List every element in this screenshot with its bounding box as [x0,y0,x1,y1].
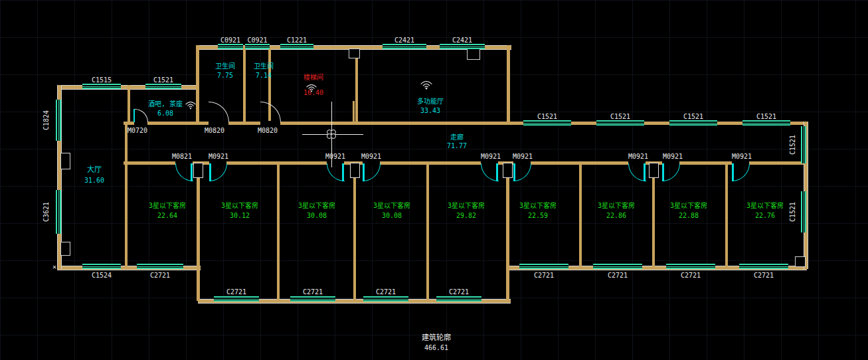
door-arc-M0921[interactable] [513,163,531,181]
door-arc-M0921[interactable] [732,163,750,181]
window-label[interactable]: C2721 [431,288,487,296]
wall-top-block-right[interactable] [507,45,510,125]
window-label[interactable]: C2421 [377,37,432,44]
room-name-guest-9[interactable]: 3星以下客房 [733,202,797,209]
wall-room-divider-4[interactable] [426,161,429,301]
door-label[interactable]: M0820 [197,127,232,134]
window-C1521[interactable] [596,120,644,126]
window-label[interactable]: C2721 [209,288,264,296]
window-C1521[interactable] [523,120,571,126]
room-area-guest-4[interactable]: 30.08 [360,212,424,219]
door-label[interactable]: M0921 [505,153,541,160]
room-area-guest-2[interactable]: 30.12 [208,212,272,219]
door-arc-M0921[interactable] [662,163,680,181]
room-name-guest-5[interactable]: 3星以下客房 [434,202,498,209]
wall-room-divider-2[interactable] [277,161,280,301]
window-C1521[interactable] [145,84,181,89]
window-label[interactable]: C1824 [43,100,50,141]
window-label[interactable]: C1515 [77,76,126,84]
window-C1521[interactable] [801,191,806,232]
window-C2721[interactable] [290,296,335,302]
room-name-multi-hall[interactable]: 多功能厅 [409,98,452,105]
room-area-bar[interactable]: 6.08 [139,110,191,117]
window-C2721[interactable] [519,264,568,269]
door-label[interactable]: M0720 [121,127,154,134]
window-label[interactable]: C2721 [734,272,794,279]
window-C1524[interactable] [82,264,121,269]
window-label[interactable]: C3621 [43,190,50,234]
door-arc-M0820[interactable] [260,102,281,122]
wall-room-divider-1[interactable] [197,161,200,301]
window-label[interactable]: C2421 [434,37,490,44]
door-arc-M0820[interactable] [209,102,229,122]
door-label[interactable]: M0921 [317,153,353,160]
window-label[interactable]: C1521 [518,113,576,120]
room-name-guest-7[interactable]: 3星以下客房 [584,202,648,209]
door-label[interactable]: M0921 [473,153,509,160]
wall-room-divider-5[interactable] [506,161,509,301]
room-name-guest-4[interactable]: 3星以下客房 [360,202,424,209]
window-C2721[interactable] [436,296,481,302]
wall-room-divider-8[interactable] [725,161,728,268]
window-label[interactable]: C2721 [661,272,721,279]
window-C2721[interactable] [214,296,259,302]
window-C2721[interactable] [363,296,408,302]
room-area-guest-8[interactable]: 22.88 [657,212,721,219]
window-label[interactable]: C1521 [140,76,187,84]
room-area-hall[interactable]: 31.60 [73,177,116,184]
door-arc-M0921[interactable] [363,163,381,181]
window-label[interactable]: C1221 [275,37,319,44]
room-area-guest-9[interactable]: 22.76 [733,212,797,219]
window-C2721[interactable] [137,264,183,269]
room-area-guest-3[interactable]: 30.08 [285,212,349,219]
wall-room-divider-6[interactable] [579,161,582,268]
door-label[interactable]: M0921 [655,153,691,160]
wall-room-divider-3[interactable] [353,161,356,301]
window-C1521[interactable] [669,120,717,126]
window-label[interactable]: C1521 [591,113,650,120]
wall-hall-right[interactable] [125,122,128,269]
room-name-toilet-b[interactable]: 卫生间 [248,62,279,70]
window-label[interactable]: C1521 [664,113,723,120]
room-area-toilet-a[interactable]: 7.75 [210,72,240,79]
window-label[interactable]: C1521 [737,113,796,120]
window-C0921[interactable] [245,44,270,49]
window-C1521[interactable] [801,126,806,163]
room-area-corridor[interactable]: 71.77 [442,142,472,149]
room-name-bar[interactable]: 酒吧, 茶座 [139,100,191,108]
door-label[interactable]: M0921 [724,153,760,160]
door-label[interactable]: M0821 [165,153,199,160]
window-label[interactable]: C2721 [285,288,341,296]
door-label[interactable]: M0921 [620,153,656,160]
room-name-hall[interactable]: 大厅 [73,166,116,173]
room-name-stairwell[interactable]: 楼梯间 [296,74,331,81]
wall-bar-left[interactable] [128,85,130,123]
room-area-multi-hall[interactable]: 33.43 [409,107,452,114]
wall-top-block-left[interactable] [196,45,199,125]
room-name-guest-6[interactable]: 3星以下客房 [506,202,570,209]
room-area-guest-1[interactable]: 22.64 [135,212,199,219]
window-C0921[interactable] [218,44,243,49]
room-name-guest-2[interactable]: 3星以下客房 [208,202,272,209]
window-C2421[interactable] [383,44,426,49]
room-name-toilet-a[interactable]: 卫生间 [210,62,240,70]
window-C1221[interactable] [280,44,313,49]
wall-toilet-divider-1[interactable] [243,46,246,123]
door-label[interactable]: M0921 [353,153,389,160]
window-C2421[interactable] [440,44,485,49]
room-name-guest-8[interactable]: 3星以下客房 [657,202,721,209]
room-area-guest-5[interactable]: 29.82 [434,212,498,219]
room-area-guest-7[interactable]: 22.86 [584,212,648,219]
room-area-guest-6[interactable]: 22.59 [506,212,570,219]
door-label[interactable]: M0921 [201,153,236,160]
wall-stair-inner[interactable] [353,101,355,123]
window-C3621[interactable] [56,190,61,234]
window-label[interactable]: C2721 [514,272,574,279]
window-C2721[interactable] [593,264,642,269]
room-name-guest-3[interactable]: 3星以下客房 [285,202,349,209]
window-C1521[interactable] [742,120,790,126]
door-arc-M0921[interactable] [209,163,227,181]
window-label[interactable]: C1524 [77,272,126,279]
room-name-guest-1[interactable]: 3星以下客房 [135,202,199,209]
room-name-corridor[interactable]: 走廊 [442,134,472,141]
